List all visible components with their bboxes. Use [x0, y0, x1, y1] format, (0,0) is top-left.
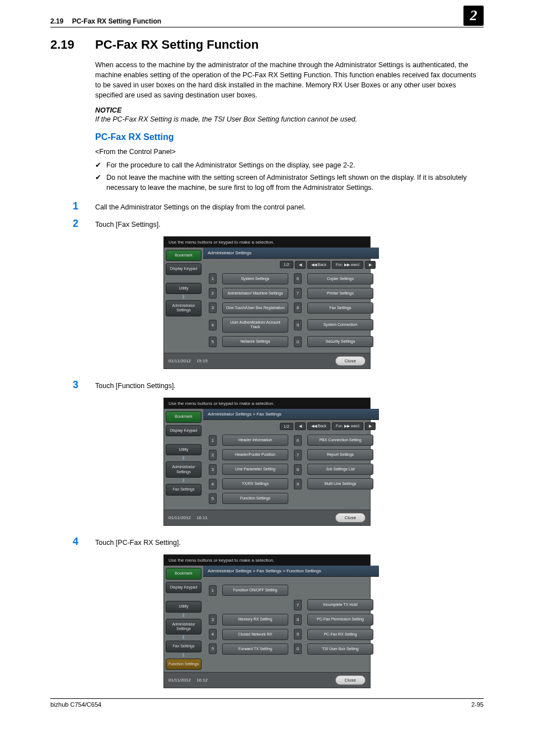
- function-on-off-setting-button[interactable]: Function ON/OFF Setting: [222, 585, 288, 596]
- security-settings-button[interactable]: Security Settings: [307, 336, 373, 347]
- fax-settings-button[interactable]: Fax Settings: [166, 641, 202, 652]
- bullet-text: For the procedure to call the Administra…: [106, 160, 355, 170]
- copier-settings-button[interactable]: Copier Settings: [307, 273, 373, 284]
- panel-hint: Use the menu buttons or keypad to make a…: [164, 398, 370, 409]
- menu-number: 7: [294, 450, 302, 460]
- header-information-button[interactable]: Header Information: [222, 435, 288, 446]
- panel-hint: Use the menu buttons or keypad to make a…: [164, 555, 370, 566]
- menu-number: 0: [294, 337, 302, 347]
- display-keypad-button[interactable]: Display Keypad: [166, 425, 202, 436]
- close-button[interactable]: Close: [335, 513, 366, 522]
- panel-date: 01/11/2012: [168, 358, 191, 363]
- back-button[interactable]: ◀◀ Back: [307, 422, 331, 430]
- utility-button[interactable]: Utility: [166, 283, 202, 294]
- utility-button[interactable]: Utility: [166, 444, 202, 455]
- close-button[interactable]: Close: [335, 675, 366, 685]
- forward-button[interactable]: For- ▶▶ ward: [332, 422, 363, 430]
- menu-number: 4: [209, 320, 217, 330]
- pc-fax-permission-setting-button[interactable]: PC-Fax Permission Setting: [307, 614, 373, 625]
- header-section-num: 2.19: [50, 17, 63, 25]
- menu-number: 9: [294, 629, 302, 640]
- breadcrumb: Administrator Settings > Fax Settings: [203, 409, 379, 420]
- check-icon: ✔: [95, 172, 106, 193]
- menu-number: 4: [209, 479, 217, 489]
- bullet-text: Do not leave the machine with the settin…: [106, 172, 484, 193]
- page-footer: bizhub C754/C654 2-95: [50, 698, 484, 708]
- display-keypad-button[interactable]: Display Keypad: [166, 263, 202, 274]
- running-header: 2.19 PC-Fax RX Setting Function 2: [50, 17, 484, 27]
- bookmark-button[interactable]: Bookmark: [166, 250, 202, 261]
- panel-date: 01/11/2012: [168, 678, 191, 683]
- menu-number: 6: [294, 273, 302, 284]
- page-next-button[interactable]: ▶: [365, 422, 376, 430]
- arrow-down-icon: ⬇: [166, 653, 202, 658]
- job-settings-list-button[interactable]: Job Settings List: [307, 464, 373, 475]
- menu-number: 3: [209, 302, 217, 313]
- forward-button[interactable]: For- ▶▶ ward: [332, 261, 363, 269]
- arrow-down-icon: ⬇: [166, 635, 202, 640]
- incomplete-tx-hold-button[interactable]: Incomplete TX Hold: [307, 599, 373, 610]
- section-heading: 2.19PC-Fax RX Setting Function: [50, 38, 484, 52]
- network-settings-button[interactable]: Network Settings: [222, 336, 288, 347]
- system-settings-button[interactable]: System Settings: [222, 273, 288, 284]
- printer-settings-button[interactable]: Printer Settings: [307, 288, 373, 299]
- page-prev-button[interactable]: ◀: [295, 261, 306, 269]
- page-prev-button[interactable]: ◀: [295, 422, 306, 430]
- pbx-connection-setting-button[interactable]: PBX Connection Setting: [307, 435, 373, 446]
- back-button[interactable]: ◀◀ Back: [307, 261, 331, 269]
- check-icon: ✔: [95, 160, 106, 170]
- tx-rx-settings-button[interactable]: TX/RX Settings: [222, 478, 288, 489]
- step-number: 1: [73, 200, 95, 212]
- line-parameter-setting-button[interactable]: Line Parameter Setting: [222, 464, 288, 475]
- administrator-settings-button[interactable]: Administrator Settings: [166, 461, 202, 478]
- breadcrumb: Administrator Settings > Fax Settings > …: [203, 566, 379, 577]
- page-indicator: 1/2: [280, 261, 293, 268]
- section-title: PC-Fax RX Setting Function: [95, 38, 259, 52]
- function-settings-button[interactable]: Function Settings: [166, 659, 202, 670]
- arrow-down-icon: ⬇: [166, 456, 202, 461]
- panel-time: 15:15: [196, 358, 208, 363]
- intro-paragraph: When access to the machine by the admini…: [95, 60, 484, 101]
- report-settings-button[interactable]: Report Settings: [307, 449, 373, 460]
- panel-sidebar: Bookmark Display Keypad Utility ⬇ Admini…: [164, 566, 203, 672]
- bookmark-button[interactable]: Bookmark: [166, 411, 202, 422]
- system-connection-button[interactable]: System Connection: [307, 319, 373, 330]
- header-footer-position-button[interactable]: Header/Footer Position: [222, 449, 288, 460]
- menu-number: 2: [209, 288, 217, 298]
- arrow-down-icon: ⬇: [166, 478, 202, 483]
- step-number: 2: [73, 218, 95, 230]
- administrator-settings-button[interactable]: Administrator Settings: [166, 300, 202, 316]
- fax-settings-button[interactable]: Fax Settings: [166, 484, 202, 495]
- close-button[interactable]: Close: [335, 356, 366, 366]
- menu-number: 2: [209, 450, 217, 460]
- multi-line-settings-button[interactable]: Multi Line Settings: [307, 478, 373, 489]
- menu-number: 4: [209, 629, 217, 640]
- fax-settings-button[interactable]: Fax Settings: [307, 302, 373, 314]
- pc-fax-rx-setting-button[interactable]: PC-Fax RX Setting: [307, 629, 373, 640]
- one-touch-user-box-button[interactable]: One-Touch/User Box Registration: [222, 302, 288, 314]
- closed-network-rx-button[interactable]: Closed Network RX: [222, 629, 288, 640]
- panel-time: 16:12: [196, 678, 208, 683]
- utility-button[interactable]: Utility: [166, 601, 202, 612]
- header-section-title: PC-Fax RX Setting Function: [72, 17, 161, 25]
- tsi-user-box-setting-button[interactable]: TSI User Box Setting: [307, 643, 373, 655]
- memory-rx-setting-button[interactable]: Memory RX Setting: [222, 614, 288, 625]
- administrator-settings-button[interactable]: Administrator Settings: [166, 619, 202, 635]
- pager: 1/2 ◀ ◀◀ Back For- ▶▶ ward ▶: [203, 259, 379, 272]
- step-2: 2 Touch [Fax Settings].: [73, 218, 484, 230]
- forward-tx-setting-button[interactable]: Forward TX Setting: [222, 643, 288, 655]
- bookmark-button[interactable]: Bookmark: [166, 568, 202, 579]
- arrow-down-icon: ⬇: [166, 295, 202, 300]
- step-1: 1 Call the Administrator Settings on the…: [73, 200, 484, 212]
- menu-number: 0: [294, 643, 302, 654]
- menu-number: 9: [294, 320, 302, 330]
- step-text: Touch [PC-Fax RX Setting].: [95, 539, 181, 547]
- display-keypad-button[interactable]: Display Keypad: [166, 582, 202, 593]
- function-settings-button[interactable]: Function Settings: [222, 493, 288, 504]
- pager: 1/2 ◀ ◀◀ Back For- ▶▶ ward ▶: [203, 420, 379, 433]
- admin-machine-settings-button[interactable]: Administrator/ Machine Settings: [222, 288, 288, 299]
- menu-number: 6: [294, 435, 302, 446]
- user-auth-account-track-button[interactable]: User Authentication/ Account Track: [222, 317, 288, 333]
- step-text: Touch [Fax Settings].: [95, 221, 161, 228]
- page-next-button[interactable]: ▶: [365, 261, 376, 269]
